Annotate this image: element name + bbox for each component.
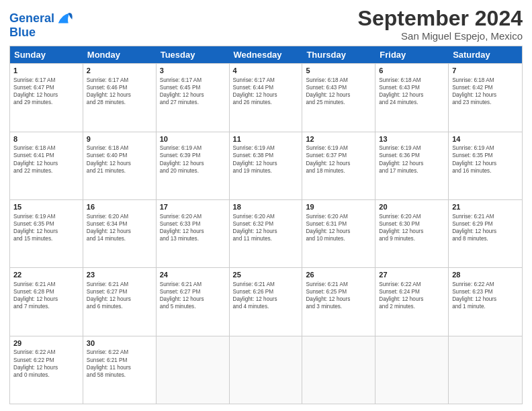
calendar-day-empty — [157, 336, 230, 404]
day-info: Sunrise: 6:19 AMSunset: 6:36 PMDaylight:… — [379, 144, 445, 174]
day-number: 17 — [160, 202, 226, 212]
header-day-saturday: Saturday — [449, 46, 522, 63]
calendar-day-4: 4Sunrise: 6:17 AMSunset: 6:44 PMDaylight… — [230, 64, 303, 131]
day-info: Sunrise: 6:19 AMSunset: 6:35 PMDaylight:… — [452, 144, 519, 174]
day-info: Sunrise: 6:21 AMSunset: 6:27 PMDaylight:… — [87, 281, 152, 310]
header-day-tuesday: Tuesday — [157, 46, 230, 63]
calendar-day-20: 20Sunrise: 6:20 AMSunset: 6:30 PMDayligh… — [375, 200, 449, 267]
day-number: 30 — [87, 338, 152, 349]
day-info: Sunrise: 6:22 AMSunset: 6:21 PMDaylight:… — [87, 349, 152, 378]
calendar-day-23: 23Sunrise: 6:21 AMSunset: 6:27 PMDayligh… — [83, 268, 157, 335]
day-info: Sunrise: 6:18 AMSunset: 6:43 PMDaylight:… — [379, 77, 445, 106]
calendar-day-empty — [449, 336, 522, 404]
day-number: 24 — [160, 270, 226, 280]
day-info: Sunrise: 6:18 AMSunset: 6:41 PMDaylight:… — [13, 144, 79, 174]
day-info: Sunrise: 6:19 AMSunset: 6:35 PMDaylight:… — [13, 213, 79, 242]
logo: General Blue — [9, 9, 75, 40]
day-number: 8 — [13, 134, 79, 144]
location: San Miguel Espejo, Mexico — [358, 30, 523, 42]
calendar-row-1: 1Sunrise: 6:17 AMSunset: 6:47 PMDaylight… — [10, 63, 522, 131]
calendar-day-15: 15Sunrise: 6:19 AMSunset: 6:35 PMDayligh… — [10, 200, 83, 267]
day-number: 14 — [452, 134, 519, 144]
day-number: 26 — [306, 270, 371, 280]
calendar-row-4: 22Sunrise: 6:21 AMSunset: 6:28 PMDayligh… — [10, 267, 522, 335]
title-area: September 2024 San Miguel Espejo, Mexico — [358, 7, 523, 42]
day-info: Sunrise: 6:19 AMSunset: 6:39 PMDaylight:… — [160, 144, 226, 174]
calendar-day-empty — [230, 336, 303, 404]
day-info: Sunrise: 6:20 AMSunset: 6:30 PMDaylight:… — [379, 213, 445, 242]
day-number: 2 — [87, 66, 152, 76]
day-number: 9 — [87, 134, 152, 144]
calendar-day-7: 7Sunrise: 6:18 AMSunset: 6:42 PMDaylight… — [449, 64, 522, 131]
calendar-row-3: 15Sunrise: 6:19 AMSunset: 6:35 PMDayligh… — [10, 199, 522, 267]
calendar-body: 1Sunrise: 6:17 AMSunset: 6:47 PMDaylight… — [10, 63, 522, 404]
day-number: 20 — [379, 202, 445, 212]
calendar-day-9: 9Sunrise: 6:18 AMSunset: 6:40 PMDaylight… — [83, 132, 157, 199]
calendar-day-8: 8Sunrise: 6:18 AMSunset: 6:41 PMDaylight… — [10, 132, 83, 199]
day-number: 11 — [233, 134, 299, 144]
calendar-day-18: 18Sunrise: 6:20 AMSunset: 6:32 PMDayligh… — [230, 200, 303, 267]
day-number: 12 — [306, 134, 371, 144]
logo-icon — [56, 9, 75, 28]
header-day-thursday: Thursday — [302, 46, 375, 63]
day-number: 22 — [13, 270, 79, 280]
calendar-day-16: 16Sunrise: 6:20 AMSunset: 6:34 PMDayligh… — [83, 200, 157, 267]
day-info: Sunrise: 6:21 AMSunset: 6:25 PMDaylight:… — [306, 281, 371, 310]
calendar-day-29: 29Sunrise: 6:22 AMSunset: 6:22 PMDayligh… — [10, 336, 83, 404]
day-number: 23 — [87, 270, 152, 280]
calendar-row-2: 8Sunrise: 6:18 AMSunset: 6:41 PMDaylight… — [10, 132, 522, 199]
day-info: Sunrise: 6:17 AMSunset: 6:46 PMDaylight:… — [87, 77, 152, 106]
day-number: 3 — [160, 66, 226, 76]
day-info: Sunrise: 6:17 AMSunset: 6:44 PMDaylight:… — [233, 77, 299, 106]
day-info: Sunrise: 6:20 AMSunset: 6:31 PMDaylight:… — [306, 213, 371, 242]
calendar-day-3: 3Sunrise: 6:17 AMSunset: 6:45 PMDaylight… — [157, 64, 230, 131]
calendar-day-10: 10Sunrise: 6:19 AMSunset: 6:39 PMDayligh… — [157, 132, 230, 199]
calendar-day-2: 2Sunrise: 6:17 AMSunset: 6:46 PMDaylight… — [83, 64, 157, 131]
day-number: 19 — [306, 202, 371, 212]
day-info: Sunrise: 6:20 AMSunset: 6:33 PMDaylight:… — [160, 213, 226, 242]
day-info: Sunrise: 6:19 AMSunset: 6:37 PMDaylight:… — [306, 144, 371, 174]
month-title: September 2024 — [358, 7, 523, 30]
calendar-day-22: 22Sunrise: 6:21 AMSunset: 6:28 PMDayligh… — [10, 268, 83, 335]
day-number: 15 — [13, 202, 79, 212]
calendar-header: SundayMondayTuesdayWednesdayThursdayFrid… — [10, 46, 522, 63]
calendar-day-11: 11Sunrise: 6:19 AMSunset: 6:38 PMDayligh… — [230, 132, 303, 199]
day-info: Sunrise: 6:18 AMSunset: 6:40 PMDaylight:… — [87, 144, 152, 174]
day-number: 10 — [160, 134, 226, 144]
logo-text: General — [9, 12, 54, 26]
day-info: Sunrise: 6:17 AMSunset: 6:45 PMDaylight:… — [160, 77, 226, 106]
calendar-day-24: 24Sunrise: 6:21 AMSunset: 6:27 PMDayligh… — [157, 268, 230, 335]
calendar-day-14: 14Sunrise: 6:19 AMSunset: 6:35 PMDayligh… — [449, 132, 522, 199]
header-day-sunday: Sunday — [10, 46, 83, 63]
calendar-day-1: 1Sunrise: 6:17 AMSunset: 6:47 PMDaylight… — [10, 64, 83, 131]
calendar: SundayMondayTuesdayWednesdayThursdayFrid… — [9, 46, 523, 404]
calendar-day-25: 25Sunrise: 6:21 AMSunset: 6:26 PMDayligh… — [230, 268, 303, 335]
day-info: Sunrise: 6:18 AMSunset: 6:42 PMDaylight:… — [452, 77, 519, 106]
day-number: 1 — [13, 66, 79, 76]
calendar-day-13: 13Sunrise: 6:19 AMSunset: 6:36 PMDayligh… — [375, 132, 449, 199]
calendar-day-19: 19Sunrise: 6:20 AMSunset: 6:31 PMDayligh… — [302, 200, 375, 267]
header-day-wednesday: Wednesday — [230, 46, 303, 63]
day-number: 29 — [13, 338, 79, 349]
day-number: 6 — [379, 66, 445, 76]
header-day-monday: Monday — [83, 46, 157, 63]
calendar-row-5: 29Sunrise: 6:22 AMSunset: 6:22 PMDayligh… — [10, 336, 522, 404]
day-number: 13 — [379, 134, 445, 144]
calendar-day-empty — [302, 336, 375, 404]
calendar-day-12: 12Sunrise: 6:19 AMSunset: 6:37 PMDayligh… — [302, 132, 375, 199]
header-day-friday: Friday — [375, 46, 449, 63]
day-info: Sunrise: 6:21 AMSunset: 6:29 PMDaylight:… — [452, 213, 519, 242]
day-number: 25 — [233, 270, 299, 280]
day-number: 7 — [452, 66, 519, 76]
day-number: 4 — [233, 66, 299, 76]
day-number: 27 — [379, 270, 445, 280]
day-number: 21 — [452, 202, 519, 212]
day-info: Sunrise: 6:18 AMSunset: 6:43 PMDaylight:… — [306, 77, 371, 106]
day-info: Sunrise: 6:20 AMSunset: 6:34 PMDaylight:… — [87, 213, 152, 242]
calendar-day-6: 6Sunrise: 6:18 AMSunset: 6:43 PMDaylight… — [375, 64, 449, 131]
calendar-day-17: 17Sunrise: 6:20 AMSunset: 6:33 PMDayligh… — [157, 200, 230, 267]
day-number: 18 — [233, 202, 299, 212]
day-number: 28 — [452, 270, 519, 280]
calendar-day-empty — [375, 336, 449, 404]
day-info: Sunrise: 6:20 AMSunset: 6:32 PMDaylight:… — [233, 213, 299, 242]
